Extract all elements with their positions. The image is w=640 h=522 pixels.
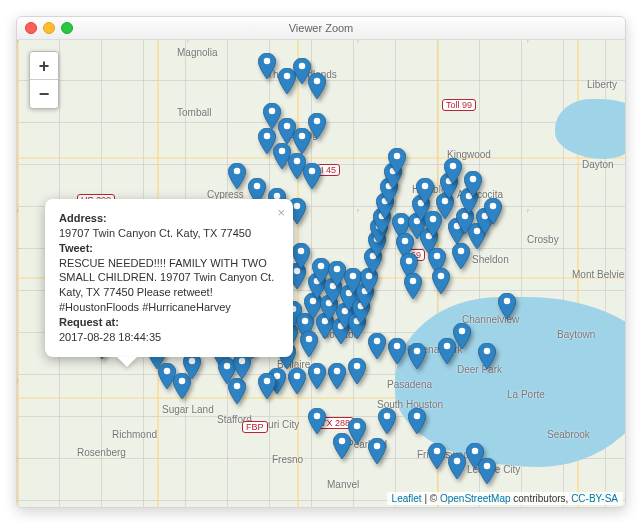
map-marker-icon[interactable] xyxy=(258,53,276,79)
map-marker-icon[interactable] xyxy=(228,378,246,404)
svg-point-57 xyxy=(406,258,413,265)
svg-point-112 xyxy=(234,168,241,175)
attrib-contrib: contributors, xyxy=(513,493,571,504)
svg-point-98 xyxy=(374,443,381,450)
svg-point-113 xyxy=(254,183,261,190)
map-marker-icon[interactable] xyxy=(333,433,351,459)
window-title: Viewer Zoom xyxy=(17,22,625,34)
svg-point-91 xyxy=(354,423,361,430)
zoom-out-button[interactable]: − xyxy=(30,80,58,108)
svg-point-73 xyxy=(470,176,477,183)
map-marker-icon[interactable] xyxy=(368,438,386,464)
svg-point-58 xyxy=(410,278,417,285)
svg-point-29 xyxy=(298,248,305,255)
svg-point-82 xyxy=(394,343,401,350)
map-marker-icon[interactable] xyxy=(428,443,446,469)
svg-point-77 xyxy=(504,298,511,305)
map-marker-icon[interactable] xyxy=(228,163,246,189)
map-canvas[interactable]: MagnoliaThe WoodlandsTomballSpringKingwo… xyxy=(17,39,625,507)
map-marker-icon[interactable] xyxy=(378,408,396,434)
map-marker-icon[interactable] xyxy=(388,148,406,174)
svg-point-97 xyxy=(484,463,491,470)
popup-close-button[interactable]: × xyxy=(277,205,285,220)
svg-point-38 xyxy=(334,266,341,273)
svg-point-8 xyxy=(189,358,196,365)
map-marker-icon[interactable] xyxy=(308,73,326,99)
svg-point-101 xyxy=(284,73,291,80)
map-marker-icon[interactable] xyxy=(183,353,201,379)
map-marker-icon[interactable] xyxy=(348,358,366,384)
svg-point-103 xyxy=(314,78,321,85)
city-label: Richmond xyxy=(112,429,157,440)
popup-request-value: 2017-08-28 18:44:35 xyxy=(59,331,161,343)
svg-point-96 xyxy=(472,448,479,455)
svg-point-78 xyxy=(484,348,491,355)
svg-point-54 xyxy=(394,153,401,160)
svg-point-109 xyxy=(279,148,286,155)
city-label: Tomball xyxy=(177,107,211,118)
map-marker-icon[interactable] xyxy=(498,293,516,319)
city-label: Manvel xyxy=(327,479,359,490)
svg-point-64 xyxy=(434,253,441,260)
svg-point-84 xyxy=(354,363,361,370)
map-marker-icon[interactable] xyxy=(478,458,496,484)
svg-point-65 xyxy=(438,273,445,280)
map-marker-icon[interactable] xyxy=(444,158,462,184)
city-label: Dayton xyxy=(582,159,614,170)
city-label: Liberty xyxy=(587,79,617,90)
map-marker-icon[interactable] xyxy=(328,363,346,389)
map-marker-icon[interactable] xyxy=(303,163,321,189)
map-marker-icon[interactable] xyxy=(438,338,456,364)
svg-point-110 xyxy=(294,158,301,165)
city-label: Mont Belvieu xyxy=(572,269,625,280)
map-marker-icon[interactable] xyxy=(292,243,310,269)
svg-point-42 xyxy=(350,273,357,280)
attrib-leaflet-link[interactable]: Leaflet xyxy=(392,493,422,504)
attrib-license-link[interactable]: CC-BY-SA xyxy=(571,493,618,504)
svg-point-68 xyxy=(450,163,457,170)
svg-point-87 xyxy=(294,373,301,380)
map-marker-icon[interactable] xyxy=(308,408,326,434)
city-label: Magnolia xyxy=(177,47,218,58)
map-marker-icon[interactable] xyxy=(416,178,434,204)
city-label: Baytown xyxy=(557,329,595,340)
map-marker-icon[interactable] xyxy=(288,368,306,394)
svg-point-93 xyxy=(414,413,421,420)
map-marker-icon[interactable] xyxy=(448,453,466,479)
titlebar: Viewer Zoom xyxy=(17,17,625,40)
svg-point-90 xyxy=(314,413,321,420)
svg-point-92 xyxy=(384,413,391,420)
svg-point-94 xyxy=(434,448,441,455)
map-marker-icon[interactable] xyxy=(308,113,326,139)
attrib-sep: | © xyxy=(424,493,440,504)
map-marker-icon[interactable] xyxy=(408,408,426,434)
zoom-in-button[interactable]: + xyxy=(30,52,58,80)
map-marker-icon[interactable] xyxy=(432,268,450,294)
marker-popup: × Address: 19707 Twin Canyon Ct. Katy, T… xyxy=(45,199,293,357)
svg-point-6 xyxy=(164,368,171,375)
map-marker-icon[interactable] xyxy=(258,373,276,399)
svg-point-31 xyxy=(306,336,313,343)
app-window: Viewer Zoom MagnoliaThe WoodlandsTomball… xyxy=(16,16,626,508)
map-marker-icon[interactable] xyxy=(408,343,426,369)
svg-point-13 xyxy=(234,383,241,390)
map-attribution: Leaflet | © OpenStreetMap contributors, … xyxy=(387,492,623,505)
map-marker-icon[interactable] xyxy=(404,273,422,299)
map-marker-icon[interactable] xyxy=(464,171,482,197)
city-label: Fresno xyxy=(272,454,303,465)
map-marker-icon[interactable] xyxy=(308,363,326,389)
map-marker-icon[interactable] xyxy=(478,343,496,369)
svg-point-106 xyxy=(299,133,306,140)
svg-point-115 xyxy=(294,203,301,210)
svg-point-12 xyxy=(224,363,231,370)
attrib-osm-link[interactable]: OpenStreetMap xyxy=(440,493,511,504)
map-marker-icon[interactable] xyxy=(368,333,386,359)
svg-point-85 xyxy=(334,368,341,375)
city-label: Sheldon xyxy=(472,254,509,265)
map-marker-icon[interactable] xyxy=(484,198,502,224)
map-marker-icon[interactable] xyxy=(388,338,406,364)
city-label: Pasadena xyxy=(387,379,432,390)
popup-request-label: Request at: xyxy=(59,316,119,328)
city-label: La Porte xyxy=(507,389,545,400)
svg-point-95 xyxy=(454,458,461,465)
